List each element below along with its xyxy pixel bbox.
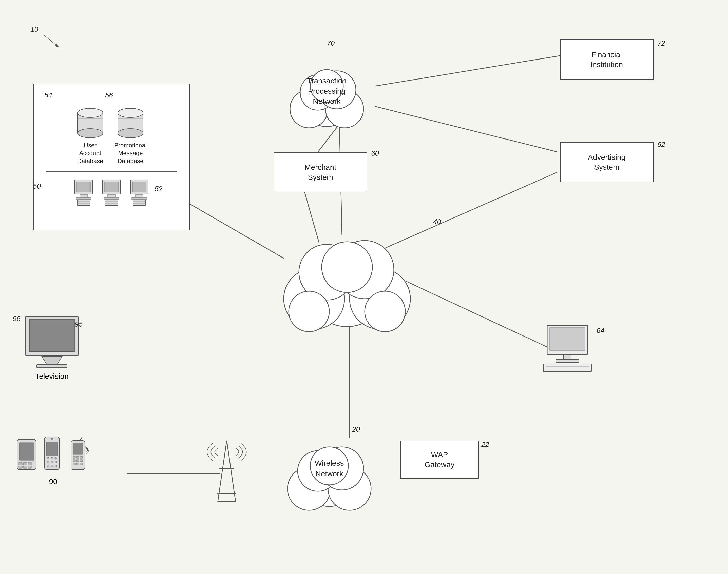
svg-point-107 (51, 465, 53, 467)
svg-rect-72 (550, 328, 585, 351)
svg-point-21 (118, 108, 143, 118)
svg-rect-40 (136, 195, 143, 198)
ref-95: 95 (75, 320, 138, 328)
ref-60: 60 (371, 150, 379, 158)
svg-rect-95 (23, 466, 27, 468)
ref-70: 70 (327, 39, 335, 47)
svg-rect-110 (73, 443, 83, 454)
svg-point-106 (47, 465, 49, 467)
server-computer-2 (100, 179, 123, 207)
svg-line-11 (44, 35, 58, 47)
svg-rect-112 (73, 456, 75, 458)
cordless-phone-icon (66, 436, 91, 474)
svg-point-108 (55, 465, 57, 467)
svg-rect-27 (76, 198, 91, 200)
computer-64 (542, 324, 593, 373)
server-system-box: UserAccountDatabase PromotionalMessageDa… (33, 84, 190, 231)
svg-marker-87 (42, 357, 62, 365)
svg-rect-93 (28, 462, 31, 465)
ref-62: 62 (657, 140, 665, 149)
svg-rect-74 (556, 360, 579, 363)
svg-rect-35 (105, 200, 118, 205)
ref-20: 20 (352, 425, 360, 434)
internet-cloud (269, 213, 426, 334)
svg-rect-98 (46, 442, 58, 456)
ref-50: 50 (33, 182, 41, 191)
user-account-db-label: UserAccountDatabase (77, 141, 103, 165)
merchant-system-box: MerchantSystem (274, 152, 367, 193)
wireless-network-cloud: WirelessNetwork (276, 425, 382, 511)
svg-rect-28 (77, 200, 90, 205)
svg-rect-42 (133, 200, 146, 205)
svg-rect-41 (132, 198, 147, 200)
svg-point-101 (51, 457, 53, 459)
svg-marker-121 (218, 441, 236, 501)
svg-rect-34 (104, 198, 119, 200)
pda-icon (15, 438, 38, 474)
svg-point-15 (78, 108, 103, 118)
svg-rect-90 (19, 443, 34, 460)
svg-point-57 (289, 291, 329, 332)
ref-52: 52 (155, 185, 162, 193)
user-account-db-icon (76, 107, 104, 140)
svg-rect-119 (76, 463, 79, 465)
svg-rect-96 (28, 466, 31, 468)
svg-rect-118 (73, 463, 75, 465)
server-computer-1 (72, 179, 95, 207)
mobile-devices-group: 90 (15, 436, 91, 486)
advertising-system-box: AdvertisingSystem (560, 142, 654, 182)
ref-56: 56 (105, 91, 113, 99)
ref-64: 64 (597, 327, 604, 335)
svg-point-20 (118, 129, 143, 138)
svg-point-56 (322, 242, 372, 292)
promotional-db-label: PromotionalMessageDatabase (114, 141, 147, 165)
svg-rect-116 (76, 459, 79, 461)
financial-institution-label: FinancialInstitution (590, 50, 623, 69)
ref-54: 54 (44, 91, 52, 99)
svg-line-0 (375, 56, 560, 86)
transaction-network-label: TransactionProcessingNetwork (307, 76, 347, 107)
svg-rect-86 (30, 320, 74, 351)
wireless-tower-group (195, 436, 258, 507)
ref-96: 96 (13, 315, 76, 323)
svg-point-58 (365, 291, 405, 332)
svg-point-100 (47, 457, 49, 459)
svg-rect-115 (73, 459, 75, 461)
svg-rect-33 (108, 195, 115, 198)
svg-rect-91 (19, 462, 22, 465)
diagram-container: 10 UserAccountDatabase (0, 0, 728, 574)
financial-institution-box: FinancialInstitution (560, 39, 654, 80)
svg-point-103 (47, 461, 49, 463)
svg-point-102 (55, 457, 57, 459)
wap-gateway-label: WAPGateway (425, 450, 454, 469)
svg-point-99 (51, 438, 53, 440)
svg-rect-113 (76, 456, 79, 458)
ref-40: 40 (433, 218, 441, 226)
svg-rect-26 (80, 195, 87, 198)
wireless-tower-icon (195, 436, 258, 506)
svg-rect-75 (543, 364, 591, 372)
svg-rect-32 (105, 182, 118, 192)
wireless-network-label: WirelessNetwork (315, 458, 344, 479)
svg-point-14 (78, 129, 103, 138)
promotional-db-icon (117, 107, 144, 140)
mobile-devices-label: 90 (15, 477, 91, 486)
ref-22: 22 (481, 441, 489, 449)
svg-rect-114 (80, 456, 83, 458)
transaction-network-cloud: TransactionProcessingNetwork (279, 51, 375, 132)
svg-rect-39 (132, 182, 146, 192)
svg-rect-120 (80, 463, 83, 465)
television-label: Television (20, 372, 84, 380)
svg-rect-73 (564, 355, 571, 360)
svg-rect-92 (23, 462, 27, 465)
advertising-system-label: AdvertisingSystem (588, 152, 625, 172)
ref-72: 72 (657, 39, 665, 47)
server-computer-3 (128, 179, 151, 207)
svg-rect-94 (19, 466, 22, 468)
svg-line-2 (375, 106, 557, 152)
svg-rect-88 (37, 365, 67, 368)
svg-line-111 (80, 437, 82, 441)
svg-point-105 (55, 461, 57, 463)
phone-icon (42, 436, 62, 474)
wap-gateway-box: WAPGateway (400, 441, 479, 479)
